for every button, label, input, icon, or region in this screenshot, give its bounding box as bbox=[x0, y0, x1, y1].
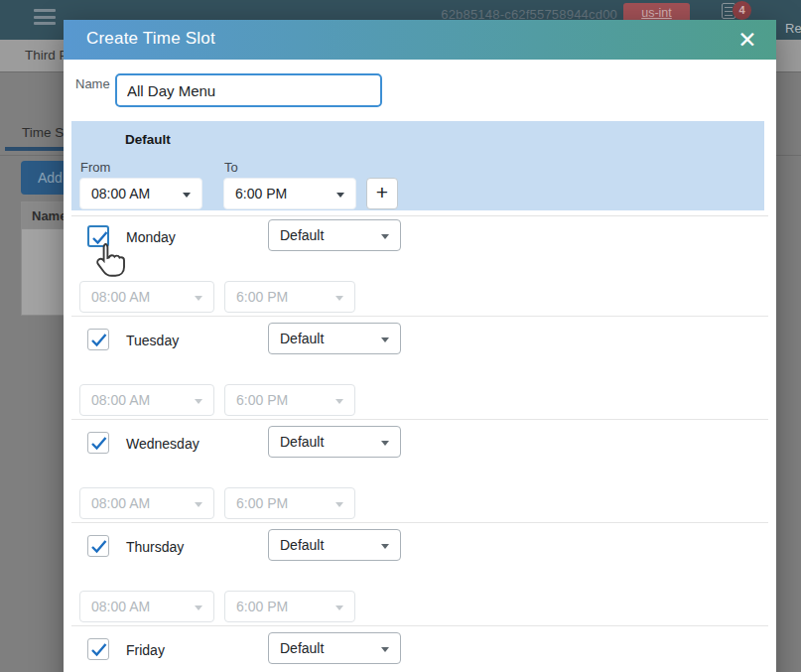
day-slot-select[interactable]: Default bbox=[268, 426, 401, 458]
to-label: To bbox=[224, 160, 238, 175]
section-divider bbox=[71, 215, 768, 216]
day-label: Tuesday bbox=[126, 333, 179, 348]
day-row: Tuesday Default 08:00 AM 6:00 PM bbox=[64, 323, 776, 426]
day-checkbox[interactable] bbox=[87, 432, 109, 454]
chevron-down-icon bbox=[381, 647, 389, 652]
name-input[interactable] bbox=[115, 73, 382, 107]
day-divider bbox=[71, 522, 768, 523]
day-divider bbox=[71, 625, 768, 626]
chevron-down-icon bbox=[195, 605, 202, 610]
day-slot-select[interactable]: Default bbox=[268, 529, 401, 561]
chevron-down-icon bbox=[335, 399, 343, 404]
chevron-down-icon bbox=[183, 193, 191, 198]
chevron-down-icon bbox=[195, 399, 202, 404]
day-slot-select[interactable]: Default bbox=[268, 323, 401, 354]
default-section-title: Default bbox=[125, 132, 171, 147]
default-to-select[interactable]: 6:00 PM bbox=[223, 178, 356, 209]
modal-header: Create Time Slot ✕ bbox=[64, 20, 776, 60]
from-label: From bbox=[80, 160, 110, 175]
day-label: Wednesday bbox=[126, 436, 200, 452]
day-row: Friday Default 08:00 AM 6:00 PM bbox=[64, 632, 776, 672]
day-checkbox[interactable] bbox=[87, 535, 109, 557]
hamburger-menu-icon[interactable] bbox=[34, 9, 56, 25]
chevron-down-icon bbox=[195, 502, 202, 507]
day-label: Monday bbox=[126, 229, 176, 245]
day-from-select-disabled: 08:00 AM bbox=[79, 384, 214, 416]
day-checkbox[interactable] bbox=[87, 638, 109, 660]
topbar-partial-text: Re bbox=[785, 21, 801, 36]
chevron-down-icon bbox=[381, 544, 389, 549]
tab-time-slots[interactable]: Time Sl bbox=[22, 125, 67, 140]
create-time-slot-modal: Create Time Slot ✕ Name Default From To … bbox=[64, 20, 776, 672]
modal-title: Create Time Slot bbox=[86, 29, 215, 49]
day-to-select-disabled: 6:00 PM bbox=[224, 384, 355, 416]
chevron-down-icon bbox=[381, 234, 389, 239]
chevron-down-icon bbox=[381, 337, 389, 342]
day-label: Thursday bbox=[126, 539, 184, 555]
day-divider bbox=[71, 316, 768, 317]
day-divider bbox=[71, 419, 768, 420]
day-to-select-disabled: 6:00 PM bbox=[224, 591, 355, 622]
day-slot-select[interactable]: Default bbox=[268, 632, 401, 664]
screen: 62b85148-c62f55758944cd00 us-int 4 Re Th… bbox=[0, 0, 801, 672]
name-field-label: Name bbox=[75, 76, 110, 91]
day-slot-select[interactable]: Default bbox=[268, 219, 401, 251]
chevron-down-icon bbox=[336, 193, 344, 198]
default-from-select[interactable]: 08:00 AM bbox=[79, 178, 202, 209]
day-from-select-disabled: 08:00 AM bbox=[79, 487, 214, 519]
default-slot-section: Default From To 08:00 AM 6:00 PM + bbox=[71, 121, 764, 210]
chevron-down-icon bbox=[381, 441, 389, 446]
day-row: Wednesday Default 08:00 AM 6:00 PM bbox=[64, 426, 776, 529]
active-tab-underline bbox=[5, 147, 70, 151]
day-checkbox[interactable] bbox=[87, 329, 109, 350]
day-from-select-disabled: 08:00 AM bbox=[79, 591, 214, 622]
day-row: Monday Default 08:00 AM 6:00 PM bbox=[64, 219, 776, 323]
day-label: Friday bbox=[126, 642, 165, 658]
day-to-select-disabled: 6:00 PM bbox=[224, 281, 355, 313]
chevron-down-icon bbox=[335, 605, 343, 610]
chevron-down-icon bbox=[335, 296, 343, 301]
close-icon[interactable]: ✕ bbox=[733, 25, 762, 55]
chevron-down-icon bbox=[335, 502, 343, 507]
day-from-select-disabled: 08:00 AM bbox=[79, 281, 214, 313]
day-checkbox[interactable] bbox=[87, 225, 109, 247]
notification-count-badge: 4 bbox=[733, 1, 751, 20]
chevron-down-icon bbox=[195, 296, 202, 301]
add-time-range-button[interactable]: + bbox=[366, 178, 398, 209]
day-row: Thursday Default 08:00 AM 6:00 PM bbox=[64, 529, 776, 632]
day-to-select-disabled: 6:00 PM bbox=[224, 487, 355, 519]
